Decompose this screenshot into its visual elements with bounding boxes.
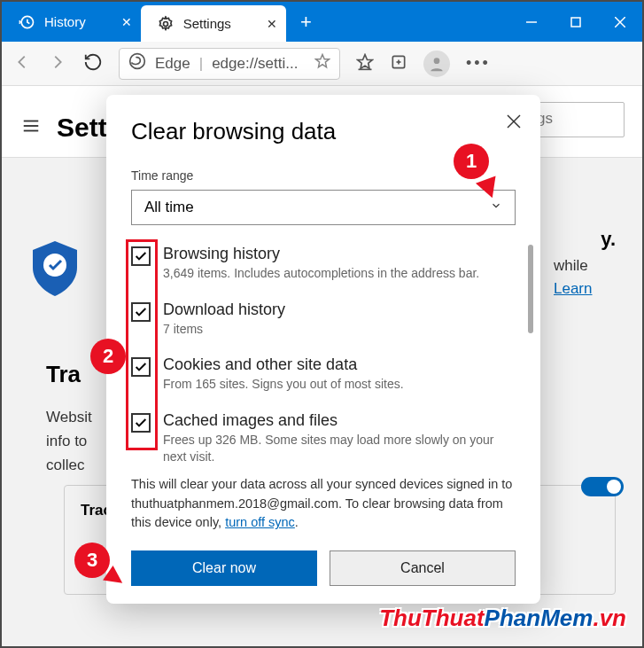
window-close-button[interactable] bbox=[598, 2, 642, 42]
svg-rect-3 bbox=[571, 18, 580, 27]
minimize-button[interactable] bbox=[509, 2, 554, 42]
back-button[interactable] bbox=[12, 52, 32, 75]
annotation-badge-3: 3 bbox=[74, 543, 110, 578]
address-url: edge://setti... bbox=[212, 55, 298, 73]
tracking-title: Tra bbox=[46, 361, 81, 388]
annotation-highlight-box bbox=[126, 239, 158, 450]
edge-logo-icon bbox=[128, 52, 146, 74]
dialog-title: Clear browsing data bbox=[131, 118, 516, 145]
window-titlebar: History ✕ Settings ✕ + bbox=[2, 2, 642, 42]
options-list: Browsing history3,649 items. Includes au… bbox=[131, 245, 516, 466]
tab-history[interactable]: History ✕ bbox=[2, 2, 141, 42]
hamburger-icon[interactable] bbox=[21, 116, 41, 139]
reload-button[interactable] bbox=[83, 52, 103, 75]
privacy-text: while Learn bbox=[554, 254, 616, 300]
tab-settings[interactable]: Settings ✕ bbox=[141, 5, 286, 42]
option-download-history[interactable]: Download history7 items bbox=[131, 301, 516, 339]
collections-icon[interactable] bbox=[390, 53, 407, 74]
watermark: ThuThuatPhanMem.vn bbox=[379, 605, 626, 632]
address-bar[interactable]: Edge | edge://setti... bbox=[119, 48, 340, 80]
shield-icon bbox=[28, 237, 81, 299]
cancel-button[interactable]: Cancel bbox=[330, 550, 516, 586]
forward-button[interactable] bbox=[48, 52, 67, 75]
svg-point-6 bbox=[130, 54, 145, 69]
maximize-button[interactable] bbox=[554, 2, 598, 42]
tab-label: History bbox=[44, 14, 86, 29]
tab-close-icon[interactable]: ✕ bbox=[121, 15, 132, 29]
history-icon bbox=[18, 13, 35, 31]
learn-link[interactable]: Learn bbox=[554, 280, 592, 297]
privacy-heading: y. bbox=[601, 228, 616, 251]
address-app-label: Edge bbox=[155, 55, 190, 73]
clear-now-button[interactable]: Clear now bbox=[131, 550, 317, 586]
annotation-badge-2: 2 bbox=[90, 339, 126, 374]
annotation-badge-1: 1 bbox=[454, 144, 489, 179]
new-tab-button[interactable]: + bbox=[286, 2, 326, 42]
tab-label: Settings bbox=[183, 16, 231, 31]
svg-point-1 bbox=[163, 21, 167, 26]
time-range-select[interactable]: All time bbox=[131, 190, 516, 225]
gear-icon bbox=[157, 15, 175, 33]
option-cache[interactable]: Cached images and filesFrees up 326 MB. … bbox=[131, 411, 516, 466]
option-cookies[interactable]: Cookies and other site dataFrom 165 site… bbox=[131, 355, 516, 394]
close-icon[interactable] bbox=[507, 114, 521, 132]
profile-avatar[interactable] bbox=[423, 51, 450, 77]
tracking-toggle[interactable] bbox=[581, 477, 624, 496]
chevron-down-icon bbox=[490, 199, 502, 216]
sync-note: This will clear your data across all you… bbox=[131, 475, 516, 533]
tab-close-icon[interactable]: ✕ bbox=[267, 17, 277, 31]
favorites-icon[interactable] bbox=[356, 53, 374, 74]
more-menu-icon[interactable]: ••• bbox=[466, 54, 491, 73]
scrollbar-thumb[interactable] bbox=[528, 245, 533, 333]
browser-toolbar: Edge | edge://setti... ••• bbox=[2, 42, 642, 86]
star-icon[interactable] bbox=[314, 53, 330, 74]
svg-point-11 bbox=[434, 58, 440, 64]
turn-off-sync-link[interactable]: turn off sync bbox=[225, 515, 295, 529]
settings-search[interactable]: gs bbox=[527, 102, 625, 137]
option-browsing-history[interactable]: Browsing history3,649 items. Includes au… bbox=[131, 245, 516, 283]
